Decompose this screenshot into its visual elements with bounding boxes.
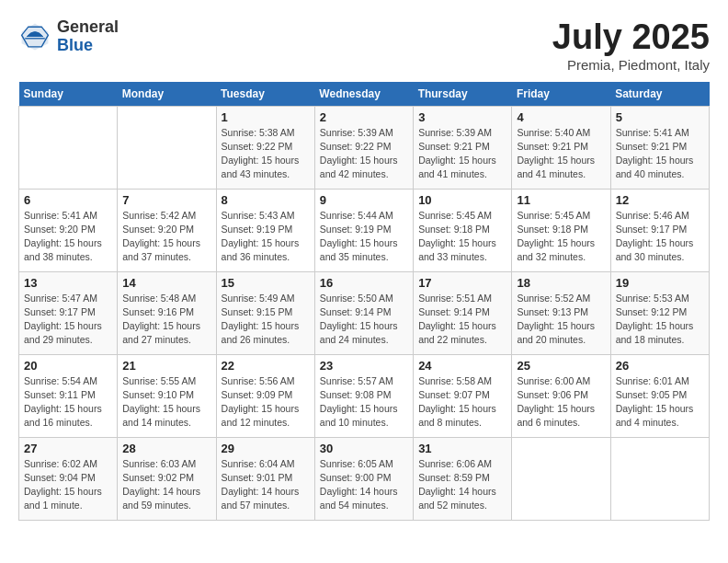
day-info: Sunrise: 5:47 AMSunset: 9:17 PMDaylight:…: [24, 292, 112, 348]
day-info: Sunrise: 6:05 AMSunset: 9:00 PMDaylight:…: [320, 457, 408, 513]
day-number: 9: [320, 193, 408, 207]
day-number: 22: [222, 359, 310, 373]
calendar-cell: 18Sunrise: 5:52 AMSunset: 9:13 PMDayligh…: [512, 271, 610, 354]
day-number: 17: [418, 276, 506, 290]
calendar-cell: 6Sunrise: 5:41 AMSunset: 9:20 PMDaylight…: [19, 189, 118, 271]
day-info: Sunrise: 5:43 AMSunset: 9:19 PMDaylight:…: [222, 209, 310, 265]
day-info: Sunrise: 5:57 AMSunset: 9:08 PMDaylight:…: [320, 374, 408, 431]
day-number: 15: [222, 276, 310, 290]
day-info: Sunrise: 5:46 AMSunset: 9:17 PMDaylight:…: [616, 209, 704, 265]
calendar-cell: [19, 106, 118, 189]
day-info: Sunrise: 5:44 AMSunset: 9:19 PMDaylight:…: [320, 209, 408, 265]
calendar-cell: 2Sunrise: 5:39 AMSunset: 9:22 PMDaylight…: [314, 106, 413, 189]
calendar-week-row: 13Sunrise: 5:47 AMSunset: 9:17 PMDayligh…: [19, 271, 710, 354]
calendar-header-row: SundayMondayTuesdayWednesdayThursdayFrid…: [19, 82, 710, 107]
day-number: 23: [320, 359, 408, 373]
day-number: 6: [24, 193, 112, 207]
day-number: 2: [320, 110, 408, 124]
day-info: Sunrise: 5:48 AMSunset: 9:16 PMDaylight:…: [122, 292, 210, 348]
day-info: Sunrise: 6:04 AMSunset: 9:01 PMDaylight:…: [222, 457, 310, 513]
day-info: Sunrise: 5:39 AMSunset: 9:22 PMDaylight:…: [320, 126, 408, 182]
calendar-cell: 22Sunrise: 5:56 AMSunset: 9:09 PMDayligh…: [216, 354, 314, 437]
calendar-cell: 25Sunrise: 6:00 AMSunset: 9:06 PMDayligh…: [512, 354, 610, 437]
calendar-cell: [610, 437, 709, 520]
logo-blue: Blue: [57, 36, 93, 54]
day-number: 29: [222, 442, 310, 455]
calendar-week-row: 6Sunrise: 5:41 AMSunset: 9:20 PMDaylight…: [19, 189, 710, 271]
location: Premia, Piedmont, Italy: [552, 57, 710, 73]
day-number: 31: [418, 442, 506, 455]
logo-icon: [18, 20, 51, 53]
logo-text: General Blue: [57, 18, 119, 55]
day-info: Sunrise: 5:56 AMSunset: 9:09 PMDaylight:…: [222, 374, 310, 431]
logo-general: General: [57, 17, 119, 36]
calendar-cell: 19Sunrise: 5:53 AMSunset: 9:12 PMDayligh…: [610, 271, 709, 354]
day-info: Sunrise: 5:55 AMSunset: 9:10 PMDaylight:…: [122, 374, 210, 431]
day-number: 27: [24, 442, 112, 455]
calendar-cell: 16Sunrise: 5:50 AMSunset: 9:14 PMDayligh…: [314, 271, 413, 354]
weekday-header: Saturday: [610, 82, 709, 107]
weekday-header: Sunday: [19, 82, 118, 107]
calendar-cell: [118, 106, 216, 189]
page-header: General Blue July 2025 Premia, Piedmont,…: [18, 18, 710, 73]
day-number: 8: [222, 193, 310, 207]
weekday-header: Wednesday: [314, 82, 413, 107]
day-number: 19: [616, 276, 704, 290]
day-info: Sunrise: 5:41 AMSunset: 9:20 PMDaylight:…: [24, 209, 112, 265]
calendar-cell: 7Sunrise: 5:42 AMSunset: 9:20 PMDaylight…: [118, 189, 216, 271]
calendar-week-row: 20Sunrise: 5:54 AMSunset: 9:11 PMDayligh…: [19, 354, 710, 437]
day-number: 13: [24, 276, 112, 290]
calendar-cell: 3Sunrise: 5:39 AMSunset: 9:21 PMDaylight…: [414, 106, 512, 189]
day-number: 24: [418, 359, 506, 373]
weekday-header: Friday: [512, 82, 610, 107]
calendar-cell: 13Sunrise: 5:47 AMSunset: 9:17 PMDayligh…: [19, 271, 118, 354]
day-info: Sunrise: 5:54 AMSunset: 9:11 PMDaylight:…: [24, 374, 112, 431]
calendar-cell: 4Sunrise: 5:40 AMSunset: 9:21 PMDaylight…: [512, 106, 610, 189]
calendar-cell: 28Sunrise: 6:03 AMSunset: 9:02 PMDayligh…: [118, 437, 216, 520]
calendar-cell: 9Sunrise: 5:44 AMSunset: 9:19 PMDaylight…: [314, 189, 413, 271]
weekday-header: Tuesday: [216, 82, 314, 107]
day-info: Sunrise: 5:38 AMSunset: 9:22 PMDaylight:…: [222, 126, 310, 182]
day-number: 3: [418, 110, 506, 124]
day-info: Sunrise: 6:06 AMSunset: 8:59 PMDaylight:…: [418, 457, 506, 513]
calendar-cell: 8Sunrise: 5:43 AMSunset: 9:19 PMDaylight…: [216, 189, 314, 271]
calendar-cell: 30Sunrise: 6:05 AMSunset: 9:00 PMDayligh…: [314, 437, 413, 520]
day-number: 11: [517, 193, 605, 207]
day-info: Sunrise: 5:52 AMSunset: 9:13 PMDaylight:…: [517, 292, 605, 348]
calendar-cell: 29Sunrise: 6:04 AMSunset: 9:01 PMDayligh…: [216, 437, 314, 520]
day-number: 4: [517, 110, 605, 124]
calendar-cell: 20Sunrise: 5:54 AMSunset: 9:11 PMDayligh…: [19, 354, 118, 437]
logo: General Blue: [18, 18, 119, 55]
day-info: Sunrise: 6:01 AMSunset: 9:05 PMDaylight:…: [616, 374, 704, 431]
day-number: 25: [517, 359, 605, 373]
day-info: Sunrise: 6:00 AMSunset: 9:06 PMDaylight:…: [517, 374, 605, 431]
title-block: July 2025 Premia, Piedmont, Italy: [552, 18, 710, 73]
day-number: 18: [517, 276, 605, 290]
day-number: 20: [24, 359, 112, 373]
calendar-cell: 10Sunrise: 5:45 AMSunset: 9:18 PMDayligh…: [414, 189, 512, 271]
day-info: Sunrise: 5:41 AMSunset: 9:21 PMDaylight:…: [616, 126, 704, 182]
calendar-cell: 21Sunrise: 5:55 AMSunset: 9:10 PMDayligh…: [118, 354, 216, 437]
calendar-cell: 14Sunrise: 5:48 AMSunset: 9:16 PMDayligh…: [118, 271, 216, 354]
calendar-cell: 27Sunrise: 6:02 AMSunset: 9:04 PMDayligh…: [19, 437, 118, 520]
calendar-cell: 15Sunrise: 5:49 AMSunset: 9:15 PMDayligh…: [216, 271, 314, 354]
calendar-cell: 24Sunrise: 5:58 AMSunset: 9:07 PMDayligh…: [414, 354, 512, 437]
day-info: Sunrise: 5:42 AMSunset: 9:20 PMDaylight:…: [122, 209, 210, 265]
day-number: 28: [122, 442, 210, 455]
calendar-cell: 23Sunrise: 5:57 AMSunset: 9:08 PMDayligh…: [314, 354, 413, 437]
day-number: 16: [320, 276, 408, 290]
day-info: Sunrise: 5:50 AMSunset: 9:14 PMDaylight:…: [320, 292, 408, 348]
calendar-cell: 31Sunrise: 6:06 AMSunset: 8:59 PMDayligh…: [414, 437, 512, 520]
day-info: Sunrise: 5:40 AMSunset: 9:21 PMDaylight:…: [517, 126, 605, 182]
day-info: Sunrise: 6:03 AMSunset: 9:02 PMDaylight:…: [122, 457, 210, 513]
day-number: 21: [122, 359, 210, 373]
day-info: Sunrise: 5:49 AMSunset: 9:15 PMDaylight:…: [222, 292, 310, 348]
calendar-cell: 17Sunrise: 5:51 AMSunset: 9:14 PMDayligh…: [414, 271, 512, 354]
day-info: Sunrise: 5:45 AMSunset: 9:18 PMDaylight:…: [517, 209, 605, 265]
day-number: 14: [122, 276, 210, 290]
day-number: 5: [616, 110, 704, 124]
calendar-cell: 11Sunrise: 5:45 AMSunset: 9:18 PMDayligh…: [512, 189, 610, 271]
calendar-cell: [512, 437, 610, 520]
calendar-cell: 12Sunrise: 5:46 AMSunset: 9:17 PMDayligh…: [610, 189, 709, 271]
calendar-cell: 5Sunrise: 5:41 AMSunset: 9:21 PMDaylight…: [610, 106, 709, 189]
